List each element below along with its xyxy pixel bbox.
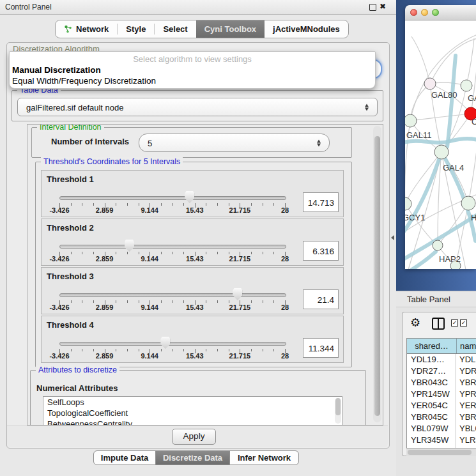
attributes-scrollbar-thumb[interactable] — [335, 398, 341, 415]
table-cell[interactable]: YBL0 — [456, 423, 476, 434]
network-node[interactable] — [461, 196, 475, 210]
table-row[interactable]: YLR345WYLR3 — [407, 434, 476, 446]
table-cell[interactable]: YDR27… — [407, 365, 456, 377]
tab-select[interactable]: Select — [155, 20, 196, 38]
table-hscrollbar-thumb[interactable] — [408, 450, 472, 455]
close-button[interactable] — [410, 9, 417, 16]
slider-thumb[interactable] — [233, 288, 242, 300]
slider-tick — [263, 300, 263, 303]
slider-track[interactable] — [59, 293, 286, 297]
threshold-block: Threshold 4-3.4262.8599.14415.4321.71528… — [41, 316, 344, 363]
network-canvas[interactable]: GAL80GAGAL11CGAL4GCY1HHAP2 — [405, 20, 476, 269]
tab-style-label: Style — [126, 24, 146, 34]
attributes-scrollbar[interactable] — [335, 398, 341, 424]
table-row[interactable]: YBR045CYBR0 — [407, 411, 476, 423]
splitter-collapse-arrow[interactable] — [391, 235, 394, 240]
network-node[interactable] — [461, 80, 472, 91]
bottom-tab-bar: Impute Data Discretize Data Infer Networ… — [93, 450, 299, 465]
table-cell[interactable]: YER054C — [407, 400, 456, 411]
slider-tick — [251, 203, 252, 206]
slider-track[interactable] — [59, 196, 286, 200]
zoom-button[interactable] — [432, 9, 439, 16]
numerical-attributes-label: Numerical Attributes — [36, 383, 118, 393]
attribute-list-item[interactable]: TopologicalCoefficient — [43, 408, 342, 418]
attribute-list-item[interactable]: BetweennessCentrality — [43, 418, 342, 426]
slider-track[interactable] — [59, 342, 286, 346]
table-cell[interactable]: YDR2 — [456, 365, 476, 377]
tab-infer-network[interactable]: Infer Network — [229, 451, 298, 464]
slider-scale-label: 2.859 — [96, 352, 114, 360]
column-header-name[interactable]: name — [457, 339, 476, 353]
threshold-value-input[interactable]: 21.4 — [303, 289, 339, 309]
table-rows: YDL19…YDL1YDR27…YDR2YBR043CYBR0YPR145WYP… — [407, 354, 476, 449]
table-row[interactable]: YBR043CYBR0 — [407, 377, 476, 388]
slider-tick — [217, 300, 218, 303]
table-cell[interactable]: YLR345W — [407, 434, 456, 446]
column-header-shared-name[interactable]: shared… — [407, 339, 457, 353]
slider-thumb[interactable] — [160, 337, 170, 349]
table-cell[interactable]: YER0 — [456, 400, 476, 411]
table-cell[interactable]: YDL19… — [407, 354, 456, 365]
table-cell[interactable]: YBL079W — [407, 423, 456, 434]
table-row[interactable]: YPR145WYPR1 — [407, 388, 476, 400]
tab-discretize-data[interactable]: Discretize Data — [155, 451, 229, 464]
columns-icon[interactable] — [432, 318, 445, 330]
network-node[interactable] — [433, 240, 443, 250]
table-cell[interactable]: YPR1 — [456, 388, 476, 400]
table-data-combobox[interactable]: galFiltered.sif default node — [17, 98, 378, 116]
slider-scale-label: 9.144 — [141, 303, 158, 311]
slider-tick — [273, 252, 274, 254]
table-cell[interactable]: YBR0 — [456, 411, 476, 423]
checkbox-icon[interactable]: ✓ — [460, 319, 467, 326]
attribute-list-item[interactable]: SelfLoops — [43, 397, 342, 408]
table-cell[interactable]: YLR3 — [456, 434, 476, 446]
dropdown-option-equal-width[interactable]: Equal Width/Frequency Discretization — [12, 76, 156, 86]
threshold-block: Threshold 2-3.4262.8599.14415.4321.71528… — [41, 219, 344, 266]
table-cell[interactable]: YBR045C — [407, 411, 456, 423]
table-cell[interactable]: YPR145W — [407, 388, 456, 400]
tab-network[interactable]: Network — [56, 20, 117, 38]
gear-icon[interactable]: ⚙ — [410, 316, 420, 329]
slider-scale-label: -3.426 — [49, 206, 69, 214]
network-window-titlebar[interactable] — [405, 5, 476, 20]
apply-button[interactable]: Apply — [172, 429, 216, 445]
table-row[interactable]: YER054CYER0 — [407, 400, 476, 411]
panel-title: Control Panel — [5, 3, 52, 12]
table-cell[interactable]: YDL1 — [456, 354, 476, 365]
table-row[interactable]: YBL079WYBL0 — [407, 423, 476, 434]
table-row[interactable]: YDR27…YDR2 — [407, 365, 476, 377]
network-node[interactable] — [434, 145, 449, 159]
table-horizontal-scrollbar[interactable] — [406, 448, 476, 456]
tab-jactivemnodules[interactable]: jActiveMNodules — [265, 20, 348, 38]
network-node[interactable] — [424, 78, 436, 89]
checkbox-icon[interactable]: ✓ — [451, 319, 458, 326]
tab-network-label: Network — [76, 24, 109, 34]
float-window-icon[interactable] — [369, 4, 376, 11]
threshold-label: Threshold 4 — [47, 320, 94, 330]
settings-vertical-scrollbar[interactable] — [373, 126, 381, 422]
slider-thumb[interactable] — [185, 191, 194, 203]
slider-track[interactable] — [59, 245, 286, 249]
tab-cyni-toolbox[interactable]: Cyni Toolbox — [196, 20, 265, 38]
slider-tick — [161, 349, 162, 351]
threshold-value-input[interactable]: 6.316 — [303, 241, 339, 261]
table-cell[interactable]: YBR0 — [456, 377, 476, 388]
table-cell[interactable]: YBR043C — [407, 377, 456, 388]
table-data-group: Table Data galFiltered.sif default node — [12, 90, 383, 121]
slider-thumb[interactable] — [125, 240, 134, 252]
minimize-button[interactable] — [421, 9, 428, 16]
close-icon[interactable]: ✖ — [380, 2, 386, 11]
table-row[interactable]: YDL19…YDL1 — [407, 354, 476, 365]
tab-impute-data[interactable]: Impute Data — [94, 451, 155, 464]
network-node[interactable] — [405, 114, 417, 127]
settings-scrollbar-thumb[interactable] — [374, 136, 380, 416]
number-of-intervals-combobox[interactable]: 5 — [139, 134, 330, 152]
table-panel-body: ⚙ ✓ ✓ shared… name YDL19…YDL1YDR27…YDR2Y… — [396, 307, 476, 476]
slider-tick — [251, 349, 252, 351]
threshold-value-input[interactable]: 11.344 — [303, 338, 339, 358]
tab-style[interactable]: Style — [118, 20, 154, 38]
network-node[interactable] — [405, 197, 411, 210]
settings-viewport: Interval Definition Number of Intervals … — [27, 124, 383, 426]
dropdown-option-manual[interactable]: Manual Discretization — [12, 65, 101, 75]
threshold-value-input[interactable]: 14.713 — [303, 192, 339, 212]
